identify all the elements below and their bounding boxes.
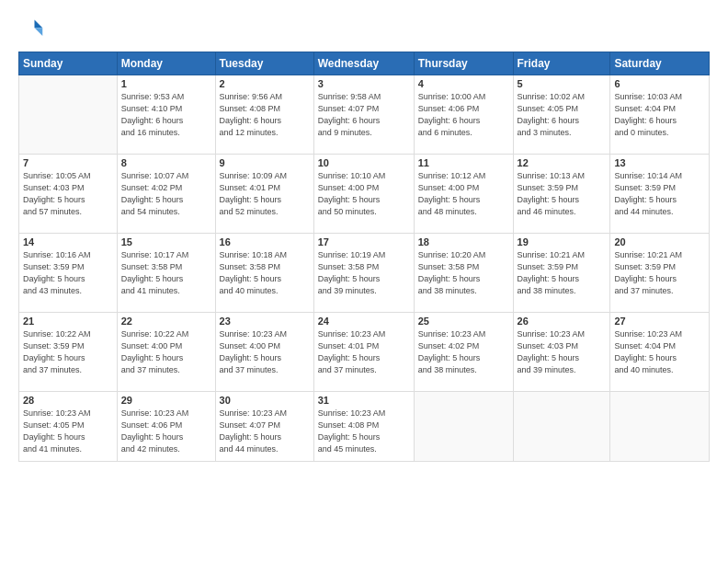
day-number: 25	[418, 316, 509, 327]
calendar-cell: 25Sunrise: 10:23 AM Sunset: 4:02 PM Dayl…	[414, 313, 513, 392]
header	[18, 17, 710, 42]
day-info: Sunrise: 10:23 AM Sunset: 4:06 PM Daylig…	[121, 408, 211, 455]
day-info: Sunrise: 10:23 AM Sunset: 4:01 PM Daylig…	[318, 328, 410, 376]
calendar-cell: 2Sunrise: 9:56 AM Sunset: 4:08 PM Daylig…	[215, 75, 313, 155]
day-number: 29	[121, 395, 211, 406]
calendar-cell: 17Sunrise: 10:19 AM Sunset: 3:58 PM Dayl…	[313, 234, 414, 313]
weekday-header-monday: Monday	[117, 52, 215, 75]
calendar-cell: 14Sunrise: 10:16 AM Sunset: 3:59 PM Dayl…	[19, 234, 118, 313]
day-info: Sunrise: 10:22 AM Sunset: 4:00 PM Daylig…	[121, 328, 211, 376]
day-number: 26	[518, 316, 607, 327]
calendar-cell	[610, 392, 710, 462]
weekday-header-wednesday: Wednesday	[313, 52, 414, 75]
calendar-cell	[414, 392, 513, 462]
day-info: Sunrise: 10:12 AM Sunset: 4:00 PM Daylig…	[418, 170, 509, 218]
calendar-cell	[19, 75, 118, 155]
weekday-header-tuesday: Tuesday	[215, 52, 313, 75]
calendar-cell: 13Sunrise: 10:14 AM Sunset: 3:59 PM Dayl…	[610, 155, 710, 234]
day-info: Sunrise: 10:16 AM Sunset: 3:59 PM Daylig…	[23, 249, 113, 297]
calendar-cell: 20Sunrise: 10:21 AM Sunset: 3:59 PM Dayl…	[610, 234, 710, 313]
day-info: Sunrise: 10:00 AM Sunset: 4:06 PM Daylig…	[418, 91, 509, 139]
calendar-cell: 5Sunrise: 10:02 AM Sunset: 4:05 PM Dayli…	[513, 75, 610, 155]
weekday-header-saturday: Saturday	[610, 52, 710, 75]
day-info: Sunrise: 10:22 AM Sunset: 3:59 PM Daylig…	[23, 328, 113, 376]
day-info: Sunrise: 10:23 AM Sunset: 4:05 PM Daylig…	[23, 408, 113, 455]
day-number: 30	[220, 395, 310, 406]
calendar-cell: 26Sunrise: 10:23 AM Sunset: 4:03 PM Dayl…	[513, 313, 610, 392]
day-number: 5	[518, 78, 607, 89]
day-number: 31	[318, 395, 410, 406]
day-number: 19	[518, 236, 607, 247]
day-number: 8	[121, 157, 211, 168]
day-info: Sunrise: 10:02 AM Sunset: 4:05 PM Daylig…	[518, 91, 607, 139]
calendar-cell: 6Sunrise: 10:03 AM Sunset: 4:04 PM Dayli…	[610, 75, 710, 155]
logo	[18, 17, 48, 42]
day-info: Sunrise: 10:23 AM Sunset: 4:04 PM Daylig…	[614, 328, 705, 376]
calendar-cell: 11Sunrise: 10:12 AM Sunset: 4:00 PM Dayl…	[414, 155, 513, 234]
day-number: 6	[614, 78, 705, 89]
calendar-cell: 7Sunrise: 10:05 AM Sunset: 4:03 PM Dayli…	[19, 155, 118, 234]
day-number: 1	[121, 78, 211, 89]
weekday-header-sunday: Sunday	[19, 52, 118, 75]
day-number: 22	[121, 316, 211, 327]
day-info: Sunrise: 10:18 AM Sunset: 3:58 PM Daylig…	[220, 249, 310, 297]
day-info: Sunrise: 9:53 AM Sunset: 4:10 PM Dayligh…	[121, 91, 211, 139]
day-number: 28	[23, 395, 113, 406]
calendar-cell: 27Sunrise: 10:23 AM Sunset: 4:04 PM Dayl…	[610, 313, 710, 392]
day-number: 27	[614, 316, 705, 327]
day-info: Sunrise: 10:07 AM Sunset: 4:02 PM Daylig…	[121, 170, 211, 218]
day-info: Sunrise: 10:13 AM Sunset: 3:59 PM Daylig…	[518, 170, 607, 218]
calendar-cell: 9Sunrise: 10:09 AM Sunset: 4:01 PM Dayli…	[215, 155, 313, 234]
calendar-table: SundayMondayTuesdayWednesdayThursdayFrid…	[18, 52, 710, 462]
day-number: 10	[318, 157, 410, 168]
day-number: 20	[614, 236, 705, 247]
day-info: Sunrise: 10:14 AM Sunset: 3:59 PM Daylig…	[614, 170, 705, 218]
svg-marker-0	[35, 20, 43, 29]
day-info: Sunrise: 9:56 AM Sunset: 4:08 PM Dayligh…	[220, 91, 310, 139]
day-info: Sunrise: 9:58 AM Sunset: 4:07 PM Dayligh…	[318, 91, 410, 139]
calendar-week-4: 21Sunrise: 10:22 AM Sunset: 3:59 PM Dayl…	[19, 313, 710, 392]
calendar-cell: 16Sunrise: 10:18 AM Sunset: 3:58 PM Dayl…	[215, 234, 313, 313]
day-number: 24	[318, 316, 410, 327]
calendar-cell: 19Sunrise: 10:21 AM Sunset: 3:59 PM Dayl…	[513, 234, 610, 313]
calendar-cell: 24Sunrise: 10:23 AM Sunset: 4:01 PM Dayl…	[313, 313, 414, 392]
day-number: 9	[220, 157, 310, 168]
calendar-week-3: 14Sunrise: 10:16 AM Sunset: 3:59 PM Dayl…	[19, 234, 710, 313]
day-info: Sunrise: 10:05 AM Sunset: 4:03 PM Daylig…	[23, 170, 113, 218]
calendar-cell: 21Sunrise: 10:22 AM Sunset: 3:59 PM Dayl…	[19, 313, 118, 392]
day-number: 14	[23, 236, 113, 247]
day-number: 11	[418, 157, 509, 168]
calendar-cell	[513, 392, 610, 462]
weekday-header-row: SundayMondayTuesdayWednesdayThursdayFrid…	[19, 52, 710, 75]
calendar-week-5: 28Sunrise: 10:23 AM Sunset: 4:05 PM Dayl…	[19, 392, 710, 462]
day-number: 13	[614, 157, 705, 168]
logo-icon	[18, 17, 44, 42]
day-info: Sunrise: 10:23 AM Sunset: 4:00 PM Daylig…	[220, 328, 310, 376]
day-number: 15	[121, 236, 211, 247]
day-info: Sunrise: 10:23 AM Sunset: 4:08 PM Daylig…	[318, 408, 410, 455]
weekday-header-friday: Friday	[513, 52, 610, 75]
day-info: Sunrise: 10:23 AM Sunset: 4:02 PM Daylig…	[418, 328, 509, 376]
calendar-week-1: 1Sunrise: 9:53 AM Sunset: 4:10 PM Daylig…	[19, 75, 710, 155]
svg-marker-1	[35, 28, 43, 36]
calendar-cell: 10Sunrise: 10:10 AM Sunset: 4:00 PM Dayl…	[313, 155, 414, 234]
calendar-cell: 4Sunrise: 10:00 AM Sunset: 4:06 PM Dayli…	[414, 75, 513, 155]
calendar-cell: 8Sunrise: 10:07 AM Sunset: 4:02 PM Dayli…	[117, 155, 215, 234]
calendar-cell: 1Sunrise: 9:53 AM Sunset: 4:10 PM Daylig…	[117, 75, 215, 155]
day-info: Sunrise: 10:19 AM Sunset: 3:58 PM Daylig…	[318, 249, 410, 297]
day-number: 2	[220, 78, 310, 89]
day-number: 3	[318, 78, 410, 89]
weekday-header-thursday: Thursday	[414, 52, 513, 75]
calendar-week-2: 7Sunrise: 10:05 AM Sunset: 4:03 PM Dayli…	[19, 155, 710, 234]
day-info: Sunrise: 10:09 AM Sunset: 4:01 PM Daylig…	[220, 170, 310, 218]
calendar-cell: 23Sunrise: 10:23 AM Sunset: 4:00 PM Dayl…	[215, 313, 313, 392]
day-info: Sunrise: 10:21 AM Sunset: 3:59 PM Daylig…	[614, 249, 705, 297]
day-info: Sunrise: 10:03 AM Sunset: 4:04 PM Daylig…	[614, 91, 705, 139]
calendar-cell: 30Sunrise: 10:23 AM Sunset: 4:07 PM Dayl…	[215, 392, 313, 462]
calendar-cell: 3Sunrise: 9:58 AM Sunset: 4:07 PM Daylig…	[313, 75, 414, 155]
calendar-cell: 28Sunrise: 10:23 AM Sunset: 4:05 PM Dayl…	[19, 392, 118, 462]
calendar-cell: 15Sunrise: 10:17 AM Sunset: 3:58 PM Dayl…	[117, 234, 215, 313]
calendar-cell: 18Sunrise: 10:20 AM Sunset: 3:58 PM Dayl…	[414, 234, 513, 313]
day-number: 21	[23, 316, 113, 327]
day-number: 16	[220, 236, 310, 247]
